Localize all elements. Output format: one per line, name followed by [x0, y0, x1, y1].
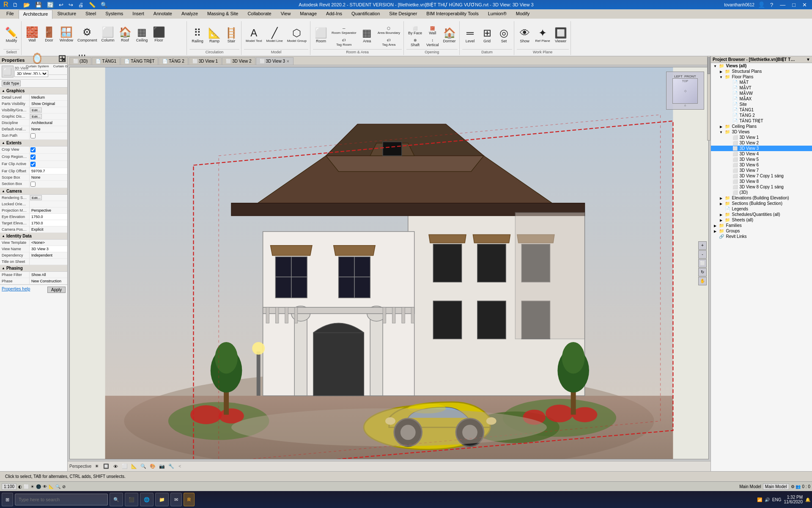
browser-btn[interactable]: 🌐: [140, 493, 154, 506]
mail-btn[interactable]: ✉: [170, 493, 182, 506]
by-face-btn[interactable]: ⬜ By Face: [406, 25, 424, 36]
visibility-edit-btn[interactable]: Edit...: [30, 108, 42, 113]
temp-hide-btn[interactable]: ⊘: [62, 484, 66, 489]
tab-file[interactable]: File: [2, 9, 19, 19]
tree-mavw[interactable]: 📄 MẶVW: [711, 91, 812, 96]
tree-mavt[interactable]: 📄 MẶVT: [711, 85, 812, 91]
door-btn[interactable]: 🚪 Door: [41, 22, 57, 47]
reveal-hidden-btn[interactable]: 🔍: [55, 484, 60, 489]
tree-3d-views[interactable]: ▼ 📁 3D Views: [711, 129, 812, 135]
tree-3d-view7[interactable]: ⬜ 3D View 7: [711, 168, 812, 173]
quick-print[interactable]: 🖨: [77, 2, 85, 8]
tree-ceiling-plans[interactable]: ▶ 📁 Ceiling Plans: [711, 124, 812, 129]
room-btn[interactable]: ⬜ Room: [313, 23, 329, 48]
shaft-btn[interactable]: ⊗ Shaft: [406, 36, 424, 48]
search-input[interactable]: [15, 494, 108, 505]
explorer-btn[interactable]: 📁: [155, 493, 169, 506]
pb-collapse[interactable]: ▼: [806, 57, 810, 62]
tree-3d-view6[interactable]: ⬜ 3D View 6: [711, 162, 812, 168]
tab-analyze[interactable]: Analyze: [177, 9, 203, 19]
maximize-btn[interactable]: □: [790, 2, 797, 8]
tab-annotate[interactable]: Annotate: [149, 9, 177, 19]
tab-manage[interactable]: Manage: [295, 9, 321, 19]
window-btn[interactable]: 🪟 Window: [58, 22, 75, 47]
edit-type-button[interactable]: Edit Type: [2, 80, 21, 86]
area-boundary-btn[interactable]: ⬡ Area Boundary: [376, 25, 402, 36]
vc-zoom-icon[interactable]: 🔍: [140, 463, 147, 470]
room-separator-btn[interactable]: ─ Room Separator: [330, 25, 358, 36]
quick-new[interactable]: 🗋: [12, 2, 19, 8]
tree-3d-view7-copy[interactable]: ⬜ 3D View 7 Copy 1 sáng: [711, 173, 812, 179]
tab-bim[interactable]: BIM Interoperability Tools: [422, 9, 483, 19]
revit-taskbar-btn[interactable]: R: [184, 493, 195, 506]
tree-3d-view2[interactable]: ⬜ 3D View 2: [711, 140, 812, 146]
visual-style-btn[interactable]: ⬜: [24, 484, 29, 489]
tree-sheets[interactable]: ▶ 📁 Sheets (all): [711, 217, 812, 223]
vc-pan[interactable]: ✋: [698, 277, 707, 285]
tree-floor-plans[interactable]: ▼ 📁 Floor Plans: [711, 74, 812, 80]
floor-btn[interactable]: ⬛ Floor: [151, 22, 167, 47]
properties-help-link[interactable]: Properties help: [2, 287, 30, 293]
section-identity-data[interactable]: Identity Data: [0, 233, 67, 240]
tab-addins[interactable]: Add-Ins: [321, 9, 347, 19]
tree-max[interactable]: 📄 MẶAX: [711, 96, 812, 102]
model-group-btn[interactable]: ⬡ Model Group: [285, 23, 308, 48]
model-text-btn[interactable]: A Model Text: [244, 23, 264, 48]
tree-site[interactable]: 📄 Site: [711, 102, 812, 107]
quick-measure[interactable]: 📏: [88, 2, 96, 8]
tree-tang1-plan[interactable]: 📄 TẦNG1: [711, 107, 812, 113]
taskview-btn[interactable]: ⬛: [125, 493, 138, 506]
tree-tang2-plan[interactable]: 📄 TẦNG 2: [711, 113, 812, 118]
start-btn[interactable]: ⊞: [2, 493, 13, 506]
notifications-icon[interactable]: 🔔: [805, 497, 810, 502]
tab-3d-view2[interactable]: ⬜ 3D View 2: [222, 57, 255, 65]
tree-legends[interactable]: 📄 Legends: [711, 206, 812, 212]
shadows-btn[interactable]: 🌑: [36, 484, 41, 489]
viewport[interactable]: LEFT FRONT TOP ◇ ⌂ + - ⬜ ↻ ✋: [69, 67, 709, 459]
section-extents[interactable]: Extents: [0, 140, 67, 146]
rendering-edit-btn[interactable]: Edit...: [30, 195, 42, 200]
vc-shadows-icon[interactable]: 🔲: [102, 463, 110, 470]
tab-3d-view1[interactable]: ⬜ 3D View 1: [189, 57, 222, 65]
tree-mat[interactable]: 📄 MẶT: [711, 80, 812, 85]
crop-region-vis-checkbox[interactable]: [30, 155, 36, 160]
show-btn[interactable]: 👁 Show: [517, 23, 533, 48]
quick-open[interactable]: 📂: [22, 2, 31, 8]
tree-tang-tret-plan[interactable]: 📄 TẦNG TRỆT: [711, 118, 812, 124]
tab-massing[interactable]: Massing & Site: [203, 9, 243, 19]
help-btn[interactable]: ?: [768, 2, 775, 8]
model-line-btn[interactable]: ╱ Model Line: [265, 23, 285, 48]
vc-settings-icon[interactable]: 🔧: [167, 463, 175, 470]
sun-path-btn[interactable]: ☀: [30, 484, 34, 489]
ref-plane-btn[interactable]: ✦ Ref Plane: [534, 23, 552, 48]
quick-sync[interactable]: 🔄: [46, 2, 55, 8]
quick-search[interactable]: 🔍: [100, 2, 108, 8]
ramp-btn[interactable]: 📐 Ramp: [206, 23, 222, 48]
minimize-btn[interactable]: —: [778, 2, 787, 8]
vc-visibility-icon[interactable]: 👁: [112, 463, 119, 470]
ceiling-btn[interactable]: ▦ Ceiling: [134, 22, 150, 47]
apply-button[interactable]: Apply: [47, 287, 66, 293]
vc-crop-icon[interactable]: 📐: [130, 463, 138, 470]
tab-tang-tret[interactable]: 📄 TẦNG TRỆT: [121, 57, 158, 65]
nav-cube-home[interactable]: ⌂: [684, 104, 686, 107]
tab-steel[interactable]: Steel: [81, 9, 101, 19]
tab-collaborate[interactable]: Collaborate: [243, 9, 276, 19]
tab-tang2[interactable]: 📄 TẦNG 2: [159, 57, 188, 65]
tree-3d-view8[interactable]: ⬜ 3D View 8: [711, 179, 812, 184]
level-btn[interactable]: ═ Level: [462, 23, 478, 48]
tree-structural-plans[interactable]: ▶ 📁 Structural Plans: [711, 69, 812, 74]
vc-zoom-in[interactable]: +: [698, 241, 707, 250]
wall-btn[interactable]: 🧱 Wall: [24, 22, 40, 47]
quick-redo[interactable]: ↪: [68, 2, 74, 8]
scale-selector[interactable]: 1:100: [2, 483, 16, 490]
railing-btn[interactable]: ⠿ Railing: [189, 23, 206, 48]
tab-quantification[interactable]: Quantification: [347, 9, 384, 19]
section-graphics[interactable]: Graphics: [0, 88, 67, 94]
detail-level-btn[interactable]: ◐: [18, 484, 22, 489]
section-camera[interactable]: Camera: [0, 188, 67, 195]
tab-3d-view3-close[interactable]: ✕: [286, 59, 290, 64]
tab-insert[interactable]: Insert: [128, 9, 149, 19]
tab-3d-default[interactable]: ⬜ (3D): [69, 57, 91, 65]
grid-btn[interactable]: ⊞ Grid: [479, 23, 495, 48]
